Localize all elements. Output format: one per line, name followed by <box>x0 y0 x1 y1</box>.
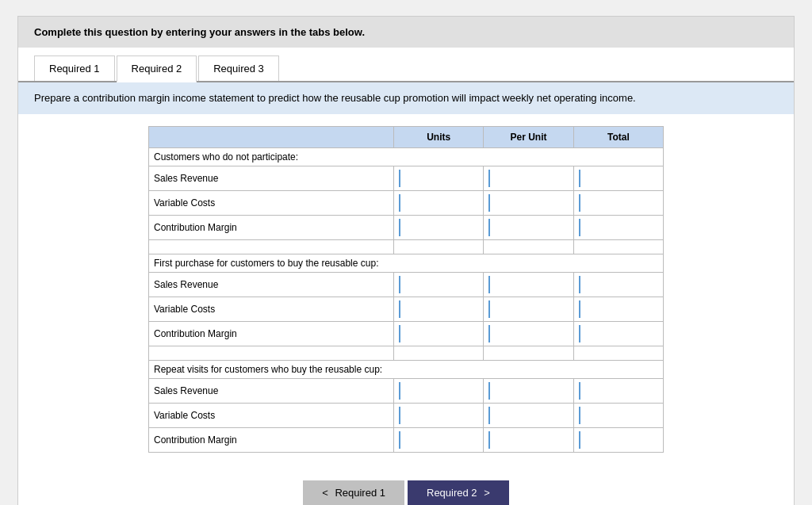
units-input-s2r2[interactable] <box>399 300 478 318</box>
units-input-s2r3[interactable] <box>399 325 478 342</box>
perunit-input-cell[interactable] <box>484 272 573 296</box>
col-header-label <box>149 126 394 147</box>
units-input-s1r3[interactable] <box>399 219 478 236</box>
next-button-label: Required 2 <box>427 487 477 499</box>
total-input-cell[interactable] <box>573 321 663 346</box>
table-row: Variable Costs <box>149 403 664 427</box>
total-input-s3r2[interactable] <box>579 407 658 424</box>
units-input-cell[interactable] <box>394 378 484 403</box>
perunit-input-cell[interactable] <box>484 166 573 190</box>
perunit-input-s3r1[interactable] <box>488 382 568 400</box>
units-input-cell[interactable] <box>394 321 484 346</box>
total-input-cell[interactable] <box>573 215 663 239</box>
units-input-cell[interactable] <box>394 403 484 427</box>
instruction-bar: Complete this question by entering your … <box>18 17 794 48</box>
row-label: Sales Revenue <box>149 272 394 296</box>
row-label: Contribution Margin <box>149 321 394 346</box>
data-table: Units Per Unit Total Customers who do no… <box>148 126 664 453</box>
perunit-input-s1r3[interactable] <box>488 219 568 236</box>
table-row: Contribution Margin <box>149 215 664 239</box>
perunit-input-s3r3[interactable] <box>488 431 568 449</box>
row-label: Sales Revenue <box>149 378 394 403</box>
perunit-input-s1r1[interactable] <box>488 170 568 187</box>
perunit-input-cell[interactable] <box>484 190 573 215</box>
perunit-input-s2r2[interactable] <box>488 300 568 318</box>
section-header-3-row: Repeat visits for customers who buy the … <box>149 360 664 378</box>
units-input-s1r1[interactable] <box>399 170 478 187</box>
units-input-cell[interactable] <box>394 166 484 190</box>
tab-required-2[interactable]: Required 2 <box>117 55 197 82</box>
row-label: Contribution Margin <box>149 215 394 239</box>
instruction-text: Complete this question by entering your … <box>34 26 365 38</box>
units-input-s3r2[interactable] <box>399 407 478 424</box>
perunit-input-s2r1[interactable] <box>488 276 568 293</box>
prev-arrow-icon: < <box>322 487 328 499</box>
units-input-s3r1[interactable] <box>399 382 478 400</box>
table-row: Contribution Margin <box>149 427 664 452</box>
col-header-per-unit: Per Unit <box>484 126 573 147</box>
table-row: Sales Revenue <box>149 166 664 190</box>
perunit-input-cell[interactable] <box>484 427 573 452</box>
units-input-cell[interactable] <box>394 190 484 215</box>
table-row: Variable Costs <box>149 296 664 321</box>
perunit-input-cell[interactable] <box>484 296 573 321</box>
description-bar: Prepare a contribution margin income sta… <box>18 82 794 114</box>
perunit-input-cell[interactable] <box>484 321 573 346</box>
perunit-input-cell[interactable] <box>484 215 573 239</box>
empty-row <box>149 346 664 360</box>
total-input-cell[interactable] <box>573 296 663 321</box>
prev-button-label: Required 1 <box>335 487 385 499</box>
section-header-1-row: Customers who do not participate: <box>149 147 664 166</box>
total-input-s1r3[interactable] <box>579 219 658 236</box>
prev-button[interactable]: < Required 1 <box>303 480 404 505</box>
perunit-input-cell[interactable] <box>484 378 573 403</box>
next-arrow-icon: > <box>484 487 490 499</box>
units-input-s2r1[interactable] <box>399 276 478 293</box>
row-label: Variable Costs <box>149 190 394 215</box>
total-input-cell[interactable] <box>573 190 663 215</box>
units-input-cell[interactable] <box>394 427 484 452</box>
tab-required-1[interactable]: Required 1 <box>34 55 115 81</box>
total-input-s2r2[interactable] <box>579 300 658 318</box>
units-input-cell[interactable] <box>394 272 484 296</box>
row-label: Variable Costs <box>149 296 394 321</box>
section-header-2: First purchase for customers to buy the … <box>149 254 664 272</box>
perunit-input-s2r3[interactable] <box>488 325 568 342</box>
total-input-s1r1[interactable] <box>579 170 658 187</box>
total-input-s2r1[interactable] <box>579 276 658 293</box>
row-label: Contribution Margin <box>149 427 394 452</box>
total-input-s2r3[interactable] <box>579 325 658 342</box>
footer-nav: < Required 1 Required 2 > <box>18 465 794 506</box>
units-input-cell[interactable] <box>394 296 484 321</box>
content-area: Units Per Unit Total Customers who do no… <box>18 114 794 465</box>
empty-row <box>149 239 664 254</box>
units-input-s1r2[interactable] <box>399 194 478 212</box>
total-input-cell[interactable] <box>573 166 663 190</box>
perunit-input-cell[interactable] <box>484 403 573 427</box>
perunit-input-s3r2[interactable] <box>488 407 568 424</box>
next-button[interactable]: Required 2 > <box>408 480 509 505</box>
table-row: Sales Revenue <box>149 378 664 403</box>
page-wrapper: Complete this question by entering your … <box>17 16 795 505</box>
total-input-cell[interactable] <box>573 403 663 427</box>
row-label: Variable Costs <box>149 403 394 427</box>
section-header-3: Repeat visits for customers who buy the … <box>149 360 664 378</box>
table-row: Variable Costs <box>149 190 664 215</box>
table-row: Contribution Margin <box>149 321 664 346</box>
perunit-input-s1r2[interactable] <box>488 194 568 212</box>
units-input-cell[interactable] <box>394 215 484 239</box>
description-text: Prepare a contribution margin income sta… <box>34 92 636 104</box>
units-input-s3r3[interactable] <box>399 431 478 449</box>
total-input-cell[interactable] <box>573 378 663 403</box>
section-header-2-row: First purchase for customers to buy the … <box>149 254 664 272</box>
total-input-s1r2[interactable] <box>579 194 658 212</box>
tab-required-3[interactable]: Required 3 <box>198 55 279 81</box>
row-label: Sales Revenue <box>149 166 394 190</box>
col-header-total: Total <box>573 126 663 147</box>
section-header-1: Customers who do not participate: <box>149 147 664 166</box>
total-input-s3r1[interactable] <box>579 382 658 400</box>
total-input-cell[interactable] <box>573 427 663 452</box>
total-input-s3r3[interactable] <box>579 431 658 449</box>
tabs-container: Required 1 Required 2 Required 3 <box>18 48 794 82</box>
total-input-cell[interactable] <box>573 272 663 296</box>
